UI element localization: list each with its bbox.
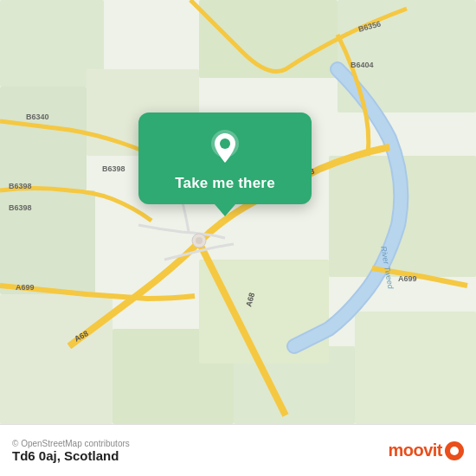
- moovit-text: moovit: [388, 441, 442, 460]
- svg-text:B6398: B6398: [102, 164, 125, 173]
- location-name: Td6 0aj, Scotland: [12, 448, 130, 463]
- svg-text:B6340: B6340: [26, 113, 49, 121]
- svg-point-28: [220, 138, 230, 149]
- take-me-there-button[interactable]: Take me there: [175, 175, 275, 192]
- svg-rect-4: [199, 0, 338, 78]
- svg-text:A699: A699: [16, 283, 35, 292]
- map-area[interactable]: B6356 B6340 B6398 B6398 A699 A699 B6398 …: [0, 0, 476, 424]
- svg-rect-7: [0, 294, 113, 424]
- location-pin-icon: [206, 128, 244, 166]
- bottom-bar: © OpenStreetMap contributors Td6 0aj, Sc…: [0, 424, 476, 476]
- svg-text:B6404: B6404: [351, 61, 374, 69]
- location-info: © OpenStreetMap contributors Td6 0aj, Sc…: [12, 438, 130, 463]
- moovit-dot-inner: [450, 447, 459, 455]
- moovit-logo: moovit: [388, 441, 464, 460]
- svg-rect-2: [0, 87, 87, 190]
- svg-rect-10: [355, 312, 476, 424]
- copyright-text: © OpenStreetMap contributors: [12, 439, 130, 448]
- svg-point-26: [196, 237, 203, 244]
- map-svg: B6356 B6340 B6398 B6398 A699 A699 B6398 …: [0, 0, 476, 424]
- svg-text:B6398: B6398: [9, 203, 32, 212]
- svg-text:B6398: B6398: [9, 182, 32, 190]
- moovit-dot-icon: [445, 441, 464, 460]
- svg-text:A699: A699: [398, 274, 417, 283]
- popup-card: Take me there: [138, 113, 312, 204]
